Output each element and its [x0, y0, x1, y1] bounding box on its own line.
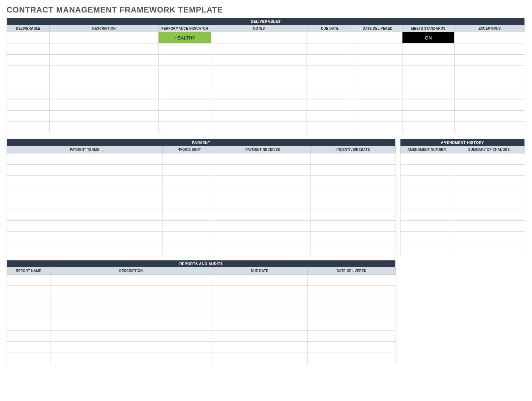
cell[interactable]	[453, 198, 525, 209]
cell[interactable]	[7, 232, 163, 243]
cell[interactable]	[7, 187, 163, 198]
cell[interactable]	[163, 153, 215, 165]
cell[interactable]	[400, 176, 453, 187]
cell[interactable]	[7, 43, 50, 55]
cell[interactable]	[308, 342, 396, 353]
cell[interactable]	[163, 176, 215, 187]
cell[interactable]	[163, 209, 215, 221]
cell[interactable]	[311, 221, 396, 232]
cell[interactable]	[50, 88, 159, 99]
cell[interactable]	[453, 153, 525, 165]
cell[interactable]	[400, 221, 453, 232]
cell[interactable]	[402, 88, 455, 99]
cell[interactable]	[7, 32, 50, 43]
cell[interactable]	[402, 55, 455, 66]
cell[interactable]	[7, 297, 50, 308]
cell[interactable]	[159, 66, 211, 77]
cell[interactable]	[455, 111, 525, 122]
cell[interactable]	[400, 165, 453, 176]
cell[interactable]	[215, 209, 311, 221]
cell[interactable]	[211, 66, 307, 77]
cell[interactable]	[402, 66, 455, 77]
cell[interactable]	[400, 243, 453, 254]
cell[interactable]	[50, 275, 212, 286]
cell[interactable]	[212, 308, 308, 319]
cell[interactable]	[7, 77, 50, 88]
cell[interactable]	[311, 153, 396, 165]
cell[interactable]	[50, 353, 212, 364]
cell[interactable]	[402, 111, 455, 122]
cell[interactable]	[212, 275, 308, 286]
cell[interactable]	[50, 111, 159, 122]
cell[interactable]	[311, 198, 396, 209]
cell[interactable]	[308, 286, 396, 297]
cell[interactable]	[353, 55, 402, 66]
cell[interactable]	[307, 122, 353, 133]
cell[interactable]	[212, 353, 308, 364]
cell[interactable]	[453, 176, 525, 187]
cell[interactable]	[7, 153, 163, 165]
cell[interactable]	[7, 342, 50, 353]
cell[interactable]	[159, 99, 211, 111]
cell[interactable]	[402, 77, 455, 88]
cell[interactable]	[7, 331, 50, 342]
cell[interactable]	[353, 43, 402, 55]
cell[interactable]	[7, 99, 50, 111]
cell[interactable]	[215, 153, 311, 165]
cell[interactable]	[163, 221, 215, 232]
cell[interactable]	[50, 66, 159, 77]
cell[interactable]	[215, 243, 311, 254]
cell[interactable]	[455, 32, 525, 43]
cell[interactable]	[311, 209, 396, 221]
cell[interactable]	[163, 243, 215, 254]
cell[interactable]	[311, 232, 396, 243]
cell[interactable]	[453, 221, 525, 232]
cell[interactable]	[353, 111, 402, 122]
cell[interactable]	[311, 187, 396, 198]
cell[interactable]	[353, 32, 402, 43]
cell[interactable]	[455, 77, 525, 88]
cell[interactable]	[7, 221, 163, 232]
cell[interactable]	[455, 66, 525, 77]
cell[interactable]	[400, 187, 453, 198]
cell[interactable]	[215, 165, 311, 176]
cell[interactable]	[311, 165, 396, 176]
cell[interactable]	[453, 165, 525, 176]
cell[interactable]	[163, 187, 215, 198]
cell[interactable]	[163, 165, 215, 176]
cell[interactable]	[7, 165, 163, 176]
cell[interactable]	[7, 275, 50, 286]
cell[interactable]	[159, 77, 211, 88]
cell[interactable]	[50, 122, 159, 133]
cell[interactable]	[453, 243, 525, 254]
cell[interactable]	[400, 232, 453, 243]
cell[interactable]	[7, 88, 50, 99]
cell[interactable]	[50, 77, 159, 88]
cell[interactable]	[215, 187, 311, 198]
cell[interactable]	[307, 43, 353, 55]
cell[interactable]	[311, 243, 396, 254]
cell[interactable]	[311, 176, 396, 187]
cell[interactable]	[353, 99, 402, 111]
cell[interactable]	[7, 176, 163, 187]
cell[interactable]	[211, 88, 307, 99]
cell[interactable]	[50, 32, 159, 43]
cell[interactable]	[455, 122, 525, 133]
cell[interactable]	[215, 198, 311, 209]
cell[interactable]	[50, 43, 159, 55]
cell[interactable]	[212, 286, 308, 297]
cell[interactable]	[400, 209, 453, 221]
cell[interactable]	[402, 99, 455, 111]
cell[interactable]	[159, 88, 211, 99]
cell[interactable]	[400, 153, 453, 165]
cell[interactable]	[7, 353, 50, 364]
cell[interactable]	[159, 122, 211, 133]
cell[interactable]	[308, 331, 396, 342]
cell[interactable]	[163, 198, 215, 209]
cell[interactable]	[402, 43, 455, 55]
cell[interactable]	[7, 308, 50, 319]
meets-standards-cell[interactable]: ON	[402, 32, 455, 43]
cell[interactable]	[211, 43, 307, 55]
cell[interactable]	[159, 111, 211, 122]
cell[interactable]	[50, 308, 212, 319]
